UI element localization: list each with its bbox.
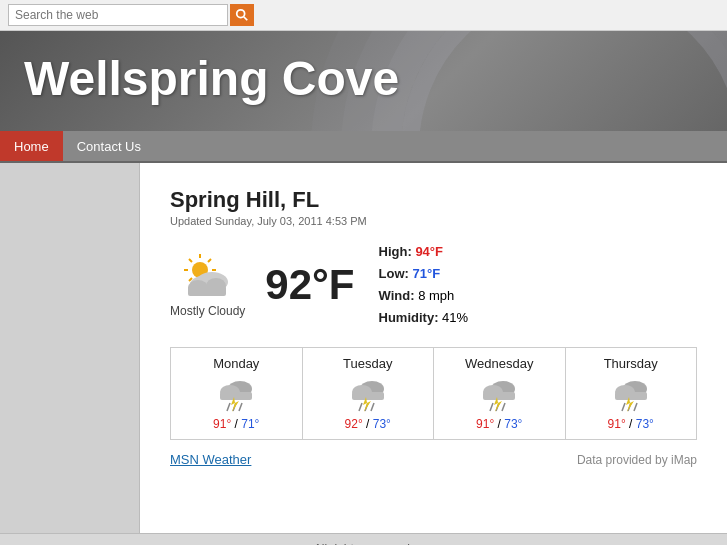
- forecast-day-thursday: Thursday 91° / 73°: [566, 348, 697, 439]
- weather-footer: MSN Weather Data provided by iMap: [170, 452, 697, 467]
- content-area: Spring Hill, FL Updated Sunday, July 03,…: [140, 163, 727, 533]
- svg-line-9: [208, 259, 211, 262]
- svg-line-10: [189, 278, 192, 281]
- svg-rect-39: [615, 392, 647, 400]
- weather-location: Spring Hill, FL: [170, 187, 697, 213]
- weather-updated: Updated Sunday, July 03, 2011 4:53 PM: [170, 215, 697, 227]
- svg-line-7: [189, 259, 192, 262]
- nav-item-home[interactable]: Home: [0, 131, 63, 161]
- svg-point-0: [237, 10, 245, 18]
- svg-line-40: [622, 403, 625, 411]
- weather-humidity: Humidity: 41%: [379, 307, 469, 329]
- search-button[interactable]: [230, 4, 254, 26]
- weather-low: Low: 71°F: [379, 263, 469, 285]
- svg-rect-32: [483, 392, 515, 400]
- weather-temp-display: 92°F: [265, 261, 354, 309]
- forecast-day-tuesday: Tuesday 92° / 73°: [303, 348, 435, 439]
- svg-line-42: [634, 403, 637, 411]
- forecast-temps-thursday: 91° / 73°: [608, 417, 654, 431]
- search-icon: [235, 8, 249, 22]
- weather-current: Mostly Cloudy 92°F High: 94°F Low: 71°F …: [170, 241, 697, 329]
- forecast-temps-monday: 91° / 71°: [213, 417, 259, 431]
- svg-line-19: [227, 403, 230, 411]
- forecast-icon-tuesday: [346, 375, 390, 413]
- site-title: Wellspring Cove: [24, 51, 703, 106]
- weather-icon-current: Mostly Cloudy: [170, 252, 245, 318]
- data-provider-label: Data provided by iMap: [577, 453, 697, 467]
- svg-rect-18: [220, 392, 252, 400]
- weather-condition-icon: [178, 252, 238, 302]
- forecast-day-monday: Monday 91° / 71°: [171, 348, 303, 439]
- svg-line-26: [359, 403, 362, 411]
- sidebar: [0, 163, 140, 533]
- svg-rect-25: [352, 392, 384, 400]
- forecast-icon-thursday: [609, 375, 653, 413]
- page-footer: All rights reserved.: [0, 533, 727, 545]
- forecast-row: Monday 91° / 71°: [170, 347, 697, 440]
- search-bar: [0, 0, 727, 31]
- weather-condition-label: Mostly Cloudy: [170, 304, 245, 318]
- weather-details: High: 94°F Low: 71°F Wind: 8 mph Humidit…: [379, 241, 469, 329]
- weather-high: High: 94°F: [379, 241, 469, 263]
- nav-item-contact[interactable]: Contact Us: [63, 131, 155, 161]
- svg-line-33: [490, 403, 493, 411]
- weather-widget: Spring Hill, FL Updated Sunday, July 03,…: [170, 187, 697, 467]
- svg-line-35: [502, 403, 505, 411]
- svg-line-21: [239, 403, 242, 411]
- search-input[interactable]: [8, 4, 228, 26]
- forecast-icon-wednesday: [477, 375, 521, 413]
- msn-weather-link[interactable]: MSN Weather: [170, 452, 251, 467]
- main-layout: Spring Hill, FL Updated Sunday, July 03,…: [0, 163, 727, 533]
- forecast-temps-wednesday: 91° / 73°: [476, 417, 522, 431]
- svg-rect-15: [188, 286, 226, 296]
- forecast-temps-tuesday: 92° / 73°: [345, 417, 391, 431]
- weather-wind: Wind: 8 mph: [379, 285, 469, 307]
- nav-bar: Home Contact Us: [0, 131, 727, 163]
- svg-line-1: [244, 17, 248, 21]
- forecast-icon-monday: [214, 375, 258, 413]
- forecast-day-wednesday: Wednesday 91° / 73°: [434, 348, 566, 439]
- site-header: Wellspring Cove: [0, 31, 727, 131]
- svg-line-28: [371, 403, 374, 411]
